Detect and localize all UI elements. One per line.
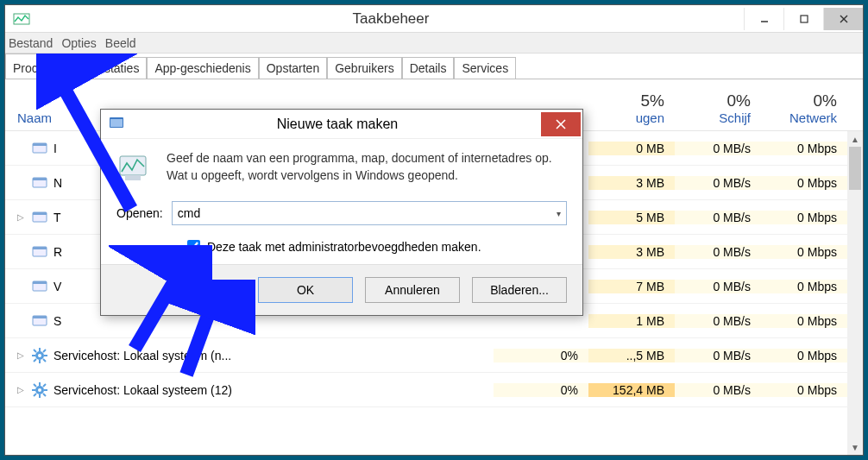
dialog-title: Nieuwe taak maken [134,117,541,132]
table-row[interactable]: ▷Servicehost: Lokaal systeem (n...0%..,5… [5,338,863,373]
process-icon [31,140,48,157]
app-icon [10,8,33,30]
expand-triangle-icon[interactable]: ▷ [16,385,26,394]
tab-performance[interactable]: Prestaties [78,57,147,79]
network-cell: 0 Mbps [761,314,847,328]
open-value: cmd [178,206,200,220]
dialog-close-button[interactable] [541,112,581,136]
tabstrip: Processen Prestaties App-geschiedenis Op… [5,54,863,79]
open-combobox[interactable]: cmd ▾ [172,201,567,225]
window-title: Taakbeheer [38,10,744,28]
svg-rect-12 [33,247,47,249]
cpu-cell: 0% [494,349,588,362]
task-manager-window: Taakbeheer Bestand Opties Beeld Processe… [4,4,864,456]
memory-cell: 1 MB [588,314,675,328]
network-cell: 0 Mbps [761,211,847,224]
tab-app-history[interactable]: App-geschiedenis [147,57,258,79]
network-cell: 0 Mbps [761,349,847,362]
process-name: V [53,280,61,293]
tab-startup[interactable]: Opstarten [259,57,327,79]
svg-rect-41 [120,156,146,175]
dialog-app-icon [108,115,127,134]
tab-details[interactable]: Details [402,57,455,79]
process-name: Servicehost: Lokaal systeem (12) [53,383,232,397]
titlebar: Taakbeheer [5,5,863,33]
network-cell: 0 Mbps [761,383,847,397]
scroll-down-arrow[interactable]: ▼ [847,439,863,455]
memory-cell: 0 MB [588,142,675,155]
admin-checkbox-label: Deze taak met administratorbevoegdheden … [207,240,481,254]
menubar: Bestand Opties Beeld [5,33,863,54]
svg-line-22 [34,350,36,352]
memory-cell: 3 MB [588,176,675,190]
process-name: T [53,211,61,224]
memory-cell: 3 MB [588,245,675,259]
network-cell: 0 Mbps [761,280,847,293]
process-name: S [53,314,61,328]
maximize-button[interactable] [783,8,823,30]
menu-file[interactable]: Bestand [9,36,53,50]
process-name: R [53,245,62,259]
memory-cell: 152,4 MB [588,383,675,397]
ok-button[interactable]: OK [258,277,353,303]
memory-cell: ..,5 MB [588,349,675,362]
menu-view[interactable]: Beeld [105,36,136,50]
scroll-thumb[interactable] [849,147,861,190]
run-icon [116,149,154,187]
svg-rect-42 [125,175,141,180]
expand-triangle-icon[interactable]: ▷ [16,212,26,222]
svg-line-35 [34,394,36,396]
expand-triangle-icon[interactable]: ▷ [16,350,26,360]
svg-rect-2 [801,16,808,22]
table-row[interactable]: ▷Servicehost: Lokaal systeem (12)0%152,4… [5,373,863,407]
process-name: N [53,176,62,190]
network-cell: 0 Mbps [761,142,847,155]
svg-line-34 [43,384,46,387]
svg-line-32 [34,384,36,387]
col-memory[interactable]: 5% ugen [588,91,675,130]
browse-button[interactable]: Bladeren... [472,277,567,303]
svg-rect-10 [33,212,47,215]
memory-cell: 5 MB [588,211,675,224]
process-icon [31,347,48,364]
svg-rect-6 [33,143,47,146]
process-icon [31,174,48,192]
process-icon [31,381,48,399]
open-label: Openen: [116,206,163,220]
process-icon [31,312,48,330]
dialog-body-text: Geef de naam van een programma, map, doc… [167,149,567,187]
disk-cell: 0 MB/s [675,176,761,190]
process-icon [31,243,48,261]
tab-services[interactable]: Services [454,57,516,79]
cpu-cell: 0% [494,383,588,397]
vertical-scrollbar[interactable]: ▲ ▼ [847,131,863,455]
admin-checkbox[interactable] [187,240,200,253]
run-dialog: Nieuwe taak maken Geef de naam van een p… [100,109,583,316]
tab-processes[interactable]: Processen [5,54,78,79]
scroll-up-arrow[interactable]: ▲ [847,131,863,147]
svg-rect-14 [33,281,47,284]
close-button[interactable] [823,8,863,30]
cancel-button[interactable]: Annuleren [365,277,460,303]
chevron-down-icon[interactable]: ▾ [557,209,561,218]
disk-cell: 0 MB/s [675,383,761,397]
disk-cell: 0 MB/s [675,142,761,155]
svg-line-24 [43,350,46,352]
disk-cell: 0 MB/s [675,280,761,293]
menu-options[interactable]: Opties [61,36,96,50]
process-icon [31,278,48,295]
col-network[interactable]: 0% Netwerk [761,91,847,130]
network-cell: 0 Mbps [761,176,847,190]
network-cell: 0 Mbps [761,245,847,259]
col-disk[interactable]: 0% Schijf [675,91,761,130]
svg-line-23 [43,359,46,362]
disk-cell: 0 MB/s [675,245,761,259]
svg-point-36 [38,388,41,392]
dialog-titlebar: Nieuwe taak maken [101,110,582,139]
process-name: I [53,142,57,155]
svg-point-26 [38,354,41,357]
tab-users[interactable]: Gebruikers [327,57,401,79]
minimize-button[interactable] [744,8,783,30]
disk-cell: 0 MB/s [675,314,761,328]
disk-cell: 0 MB/s [675,349,761,362]
